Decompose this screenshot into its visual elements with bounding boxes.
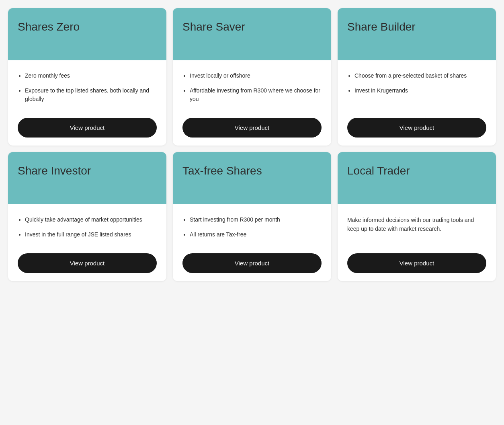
feature-item: All returns are Tax-free: [190, 230, 322, 239]
view-product-button-shares-zero[interactable]: View product: [18, 118, 157, 138]
card-features-share-investor: Quickly take advantage of market opportu…: [18, 216, 157, 245]
view-product-button-tax-free-shares[interactable]: View product: [182, 253, 322, 273]
feature-item: Affordable investing from R300 where we …: [190, 86, 322, 103]
card-header-share-saver: Share Saver: [173, 8, 331, 60]
card-header-local-trader: Local Trader: [338, 152, 496, 204]
card-share-saver: Share SaverInvest locally or offshoreAff…: [173, 8, 331, 146]
feature-item: Invest in Krugerrands: [354, 86, 486, 95]
view-product-button-local-trader[interactable]: View product: [347, 253, 486, 273]
card-features-tax-free-shares: Start investing from R300 per monthAll r…: [182, 216, 322, 245]
feature-item: Zero monthly fees: [25, 72, 157, 80]
card-body-share-builder: Choose from a pre-selected basket of sha…: [338, 60, 496, 146]
card-body-share-investor: Quickly take advantage of market opportu…: [8, 204, 166, 281]
card-features-share-saver: Invest locally or offshoreAffordable inv…: [182, 72, 322, 110]
card-header-share-investor: Share Investor: [8, 152, 166, 204]
card-header-tax-free-shares: Tax-free Shares: [173, 152, 331, 204]
card-local-trader: Local TraderMake informed decisions with…: [338, 152, 496, 281]
card-features-shares-zero: Zero monthly feesExposure to the top lis…: [18, 72, 157, 110]
feature-item: Start investing from R300 per month: [190, 216, 322, 224]
product-grid: Shares ZeroZero monthly feesExposure to …: [8, 8, 496, 281]
card-description-local-trader: Make informed decisions with our trading…: [347, 216, 486, 245]
feature-item: Invest in the full range of JSE listed s…: [25, 230, 157, 239]
card-features-share-builder: Choose from a pre-selected basket of sha…: [347, 72, 486, 110]
card-body-share-saver: Invest locally or offshoreAffordable inv…: [173, 60, 331, 146]
card-share-investor: Share InvestorQuickly take advantage of …: [8, 152, 166, 281]
view-product-button-share-investor[interactable]: View product: [18, 253, 157, 273]
feature-item: Exposure to the top listed shares, both …: [25, 86, 157, 103]
view-product-button-share-saver[interactable]: View product: [182, 118, 322, 138]
card-title-shares-zero: Shares Zero: [18, 20, 80, 34]
card-share-builder: Share BuilderChoose from a pre-selected …: [338, 8, 496, 146]
card-body-shares-zero: Zero monthly feesExposure to the top lis…: [8, 60, 166, 146]
view-product-button-share-builder[interactable]: View product: [347, 118, 486, 138]
feature-item: Quickly take advantage of market opportu…: [25, 216, 157, 224]
card-header-shares-zero: Shares Zero: [8, 8, 166, 60]
card-title-share-investor: Share Investor: [18, 164, 91, 178]
card-title-share-builder: Share Builder: [347, 20, 416, 34]
card-body-tax-free-shares: Start investing from R300 per monthAll r…: [173, 204, 331, 281]
feature-item: Invest locally or offshore: [190, 72, 322, 80]
card-shares-zero: Shares ZeroZero monthly feesExposure to …: [8, 8, 166, 146]
card-header-share-builder: Share Builder: [338, 8, 496, 60]
card-title-local-trader: Local Trader: [347, 164, 410, 178]
card-title-tax-free-shares: Tax-free Shares: [182, 164, 262, 178]
card-body-local-trader: Make informed decisions with our trading…: [338, 204, 496, 281]
card-title-share-saver: Share Saver: [182, 20, 245, 34]
feature-item: Choose from a pre-selected basket of sha…: [354, 72, 486, 80]
card-tax-free-shares: Tax-free SharesStart investing from R300…: [173, 152, 331, 281]
